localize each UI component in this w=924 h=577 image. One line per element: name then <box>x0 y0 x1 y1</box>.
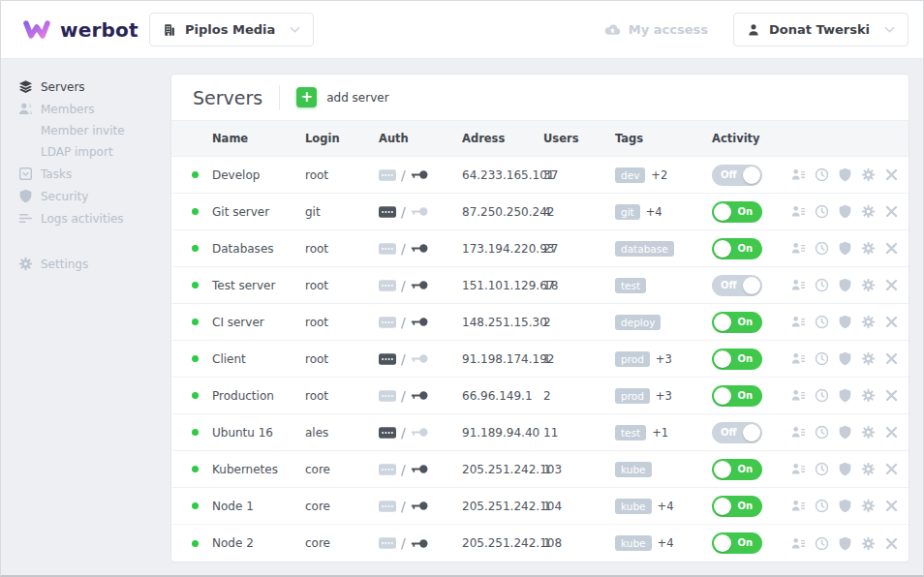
logs-icon <box>18 211 33 226</box>
server-security-button[interactable] <box>838 204 852 219</box>
server-history-button[interactable] <box>815 241 829 256</box>
activity-toggle[interactable]: On <box>712 349 762 370</box>
table-row: Kubernetes core / 205.251.242.103 1 kube… <box>171 451 909 488</box>
server-members-button[interactable] <box>791 278 806 292</box>
server-settings-button[interactable] <box>861 241 876 256</box>
gear-icon <box>861 388 876 403</box>
sidebar-item-label: Member invite <box>41 124 125 137</box>
server-name: Develop <box>212 168 305 182</box>
close-icon <box>884 425 899 440</box>
server-members-button[interactable] <box>791 351 806 366</box>
add-server-button[interactable]: + <box>296 87 317 107</box>
server-settings-button[interactable] <box>861 351 876 366</box>
auth-separator: / <box>401 425 406 440</box>
activity-toggle[interactable]: On <box>712 385 762 407</box>
sidebar-item-member-invite[interactable]: Member invite <box>1 120 170 141</box>
server-delete-button[interactable] <box>884 499 899 513</box>
server-settings-button[interactable] <box>861 536 876 551</box>
server-settings-button[interactable] <box>861 499 876 513</box>
tag-badge: git <box>615 204 640 220</box>
server-members-button[interactable] <box>791 499 806 513</box>
server-delete-button[interactable] <box>884 536 899 551</box>
server-security-button[interactable] <box>838 388 852 403</box>
password-auth-icon <box>379 537 396 549</box>
table-row: Client root / 91.198.174.192 1 prod +3 O… <box>171 341 909 378</box>
sidebar-item-members[interactable]: Members <box>1 98 170 120</box>
server-members-button[interactable] <box>791 167 806 182</box>
server-name: CI server <box>212 316 305 329</box>
activity-toggle[interactable]: On <box>712 459 762 480</box>
server-delete-button[interactable] <box>884 278 899 292</box>
user-menu[interactable]: Donat Twerski <box>733 13 909 46</box>
server-history-button[interactable] <box>815 388 829 403</box>
server-delete-button[interactable] <box>884 425 899 440</box>
sidebar-item-logs-activities[interactable]: Logs activities <box>1 207 170 229</box>
activity-toggle[interactable]: Off <box>712 275 762 296</box>
tag-badge: dev <box>615 167 645 183</box>
server-delete-button[interactable] <box>884 351 899 366</box>
my-access-link[interactable]: My accsess <box>604 22 708 37</box>
server-settings-button[interactable] <box>861 388 876 403</box>
sidebar-item-servers[interactable]: Servers <box>1 76 170 98</box>
server-history-button[interactable] <box>815 351 829 366</box>
sidebar-item-security[interactable]: Security <box>1 185 170 207</box>
server-delete-button[interactable] <box>884 241 899 256</box>
server-settings-button[interactable] <box>861 167 876 182</box>
server-settings-button[interactable] <box>861 315 876 329</box>
toggle-knob <box>743 277 760 294</box>
activity-toggle[interactable]: On <box>712 532 762 554</box>
server-security-button[interactable] <box>838 462 852 476</box>
close-icon <box>884 351 899 366</box>
server-delete-button[interactable] <box>884 167 899 182</box>
toggle-knob <box>714 534 731 552</box>
server-members-button[interactable] <box>791 241 806 256</box>
row-actions <box>791 351 909 366</box>
clock-icon <box>815 204 829 219</box>
server-delete-button[interactable] <box>884 462 899 476</box>
server-history-button[interactable] <box>815 462 829 476</box>
server-security-button[interactable] <box>838 315 852 329</box>
sidebar-item-label: Logs activities <box>41 212 124 226</box>
server-security-button[interactable] <box>838 499 852 513</box>
server-delete-button[interactable] <box>884 204 899 219</box>
server-members-button[interactable] <box>791 462 806 476</box>
activity-toggle[interactable]: On <box>712 496 762 517</box>
activity-toggle[interactable]: On <box>712 201 762 223</box>
company-selector[interactable]: Piplos Media <box>149 13 314 46</box>
server-delete-button[interactable] <box>884 388 899 403</box>
server-delete-button[interactable] <box>884 315 899 329</box>
server-settings-button[interactable] <box>861 278 876 292</box>
server-members-button[interactable] <box>791 315 806 329</box>
server-security-button[interactable] <box>838 425 852 440</box>
sidebar-item-settings[interactable]: Settings <box>1 253 170 275</box>
server-settings-button[interactable] <box>861 462 876 476</box>
server-members-button[interactable] <box>791 425 806 440</box>
brand-logo[interactable]: werbot <box>1 18 149 42</box>
sidebar-item-ldap-import[interactable]: LDAP import <box>1 141 170 163</box>
server-history-button[interactable] <box>815 204 829 219</box>
activity-toggle[interactable]: On <box>712 238 762 259</box>
server-security-button[interactable] <box>838 351 852 366</box>
server-members-button[interactable] <box>791 388 806 403</box>
server-history-button[interactable] <box>815 278 829 292</box>
server-security-button[interactable] <box>838 278 852 292</box>
card-header: Servers + add server <box>171 75 909 120</box>
activity-toggle[interactable]: Off <box>712 422 762 443</box>
server-history-button[interactable] <box>815 536 829 551</box>
server-history-button[interactable] <box>815 167 829 182</box>
server-settings-button[interactable] <box>861 425 876 440</box>
sidebar-item-tasks[interactable]: Tasks <box>1 163 170 185</box>
server-security-button[interactable] <box>838 241 852 256</box>
activity-toggle[interactable]: Off <box>712 165 762 186</box>
server-history-button[interactable] <box>815 425 829 440</box>
server-history-button[interactable] <box>815 315 829 329</box>
row-actions <box>791 315 909 329</box>
server-security-button[interactable] <box>838 536 852 551</box>
server-members-button[interactable] <box>791 204 806 219</box>
gear-icon <box>861 462 876 476</box>
server-members-button[interactable] <box>791 536 806 551</box>
server-settings-button[interactable] <box>861 204 876 219</box>
activity-toggle[interactable]: On <box>712 312 762 333</box>
server-security-button[interactable] <box>838 167 852 182</box>
server-history-button[interactable] <box>815 499 829 513</box>
